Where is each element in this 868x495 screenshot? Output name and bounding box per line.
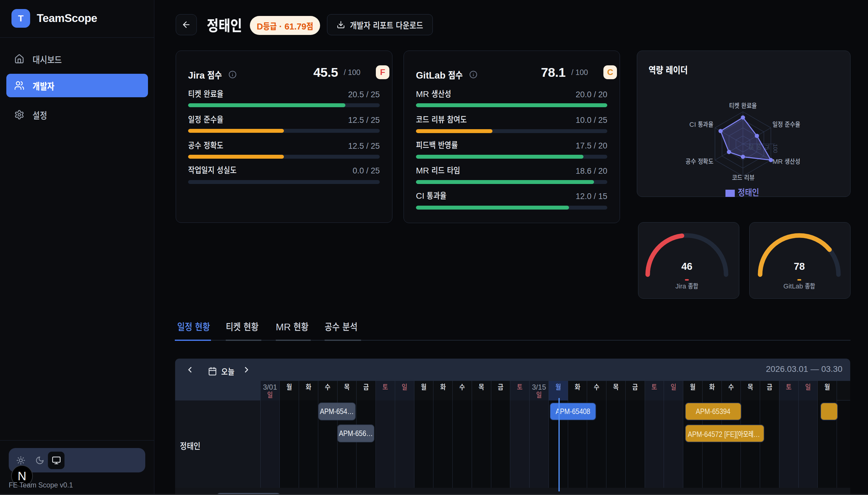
svg-text:티켓 완료율: 티켓 완료율 [729, 102, 757, 109]
svg-text:25: 25 [748, 144, 754, 150]
svg-text:Jira 종합: Jira 종합 [675, 283, 698, 290]
svg-text:GitLab 종합: GitLab 종합 [783, 283, 815, 290]
svg-text:MR 생산성: MR 생산성 [772, 158, 800, 165]
svg-text:코드 리뷰: 코드 리뷰 [732, 174, 755, 182]
svg-text:일정 준수율: 일정 준수율 [772, 121, 800, 128]
svg-text:75: 75 [764, 144, 770, 150]
svg-text:정태인: 정태인 [738, 188, 759, 197]
svg-text:CI 통과율: CI 통과율 [689, 121, 714, 128]
svg-text:78: 78 [794, 261, 805, 272]
svg-text:50: 50 [756, 144, 762, 150]
svg-text:46: 46 [682, 261, 692, 272]
svg-text:공수 정확도: 공수 정확도 [686, 158, 714, 165]
svg-text:100: 100 [772, 144, 778, 153]
